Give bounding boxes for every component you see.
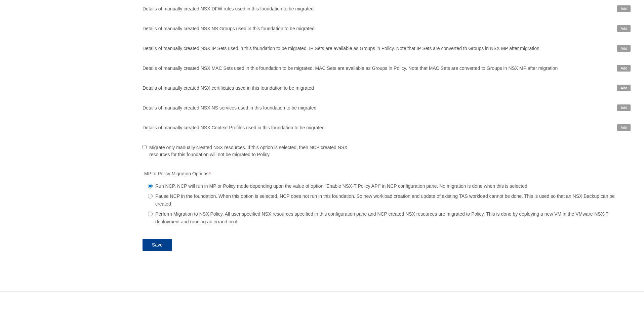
checkbox-label-migrate-manual-only: Migrate only manually created NSX resour… (149, 144, 351, 158)
required-marker: * (209, 171, 210, 176)
add-button-ip-sets[interactable]: Add (617, 45, 631, 52)
radio-input-run-ncp[interactable] (148, 184, 153, 188)
field-label-mac-sets: Details of manually created NSX MAC Sets… (143, 65, 609, 72)
field-label-ns-services: Details of manually created NSX NS servi… (143, 104, 609, 112)
radio-label-run-ncp: Run NCP. NCP will run in MP or Policy mo… (155, 182, 527, 190)
field-certificates: Details of manually created NSX certific… (143, 85, 631, 92)
add-button-ns-services[interactable]: Add (617, 104, 631, 111)
checkbox-migrate-manual-only: Migrate only manually created NSX resour… (143, 144, 351, 158)
field-context-profiles: Details of manually created NSX Context … (143, 124, 631, 131)
field-label-context-profiles: Details of manually created NSX Context … (143, 124, 609, 131)
form-container: Details of manually created NSX DFW rule… (143, 0, 631, 264)
radio-run-ncp: Run NCP. NCP will run in MP or Policy mo… (148, 182, 631, 190)
radio-label-perform-migration: Perform Migration to NSX Policy. All use… (155, 210, 631, 225)
migration-options-heading-text: MP to Policy Migration Options (144, 171, 208, 176)
migration-options-heading: MP to Policy Migration Options* (144, 171, 631, 176)
add-button-dfw-rules[interactable]: Add (617, 5, 631, 12)
checkbox-input-migrate-manual-only[interactable] (143, 145, 147, 149)
bottom-divider (0, 291, 644, 292)
migration-options-radio-group: Run NCP. NCP will run in MP or Policy mo… (148, 182, 631, 225)
field-label-dfw-rules: Details of manually created NSX DFW rule… (143, 5, 609, 12)
field-ns-groups: Details of manually created NSX NS Group… (143, 25, 631, 32)
field-label-ns-groups: Details of manually created NSX NS Group… (143, 25, 609, 32)
save-button[interactable]: Save (143, 239, 172, 251)
field-dfw-rules: Details of manually created NSX DFW rule… (143, 5, 631, 12)
radio-input-perform-migration[interactable] (148, 212, 153, 216)
field-label-certificates: Details of manually created NSX certific… (143, 85, 609, 92)
radio-label-pause-ncp: Pause NCP in the foundation. When this o… (155, 192, 631, 208)
add-button-certificates[interactable]: Add (617, 85, 631, 91)
add-button-context-profiles[interactable]: Add (617, 124, 631, 131)
radio-pause-ncp: Pause NCP in the foundation. When this o… (148, 192, 631, 208)
field-label-ip-sets: Details of manually created NSX IP Sets … (143, 45, 609, 52)
field-ns-services: Details of manually created NSX NS servi… (143, 104, 631, 112)
field-mac-sets: Details of manually created NSX MAC Sets… (143, 65, 631, 72)
add-button-mac-sets[interactable]: Add (617, 65, 631, 72)
radio-perform-migration: Perform Migration to NSX Policy. All use… (148, 210, 631, 225)
radio-input-pause-ncp[interactable] (148, 194, 153, 198)
field-ip-sets: Details of manually created NSX IP Sets … (143, 45, 631, 52)
add-button-ns-groups[interactable]: Add (617, 25, 631, 32)
